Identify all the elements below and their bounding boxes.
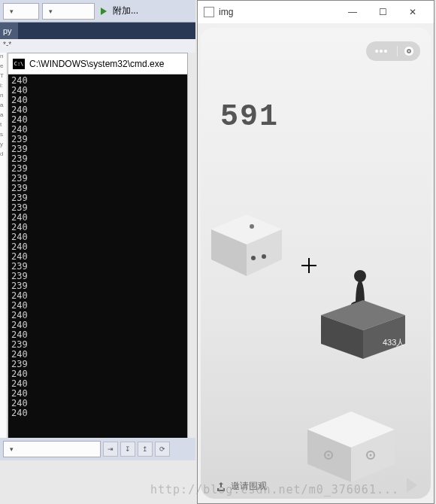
cube-light-2: [307, 411, 395, 482]
editor-tabs: py: [0, 23, 195, 39]
svg-point-18: [370, 454, 372, 457]
cmd-titlebar[interactable]: C:\ C:\WINDOWS\system32\cmd.exe: [8, 53, 187, 74]
cmd-line: 240: [11, 232, 184, 242]
cmd-line: 240: [11, 213, 184, 223]
svg-point-4: [251, 256, 256, 260]
cmd-line: 239: [11, 135, 184, 144]
step-icon-1[interactable]: ⇥: [103, 442, 118, 457]
share-icon: [216, 481, 226, 492]
svg-point-3: [250, 224, 254, 229]
cmd-line: 239: [11, 203, 184, 213]
phone-screenshot: ••• 591: [201, 28, 431, 499]
cmd-line: 239: [11, 272, 184, 281]
combo-1[interactable]: [3, 3, 39, 20]
cmd-title-text: C:\WINDOWS\system32\cmd.exe: [29, 59, 164, 69]
img-window-title: img: [219, 7, 338, 17]
editor-gutter: neTi:naatsyd: [0, 53, 6, 451]
tab-py[interactable]: py: [0, 23, 18, 39]
cmd-line: 240: [11, 399, 184, 408]
cmd-line: 240: [11, 320, 184, 330]
cmd-line: 240: [11, 86, 184, 96]
cmd-line: 240: [11, 408, 184, 418]
cmd-line: 239: [11, 360, 184, 369]
cmd-line: 240: [11, 76, 184, 86]
step-icon-4[interactable]: ⟳: [155, 442, 170, 457]
cmd-line: 240: [11, 125, 184, 135]
cmd-line: 239: [11, 281, 184, 291]
cmd-line: 240: [11, 105, 184, 115]
arrow-icon: [407, 478, 417, 493]
close-target-icon[interactable]: [398, 47, 420, 56]
svg-point-5: [262, 254, 266, 259]
step-icon-2[interactable]: ↧: [120, 442, 135, 457]
minimize-button[interactable]: —: [338, 1, 368, 23]
play-icon[interactable]: [101, 8, 107, 15]
cmd-line: 239: [11, 164, 184, 174]
breadcrumb: *-*: [0, 39, 195, 53]
window-icon: [204, 7, 214, 17]
cmd-window: C:\ C:\WINDOWS\system32\cmd.exe 24024024…: [8, 53, 188, 438]
ide-bottom-toolbar: ⇥ ↧ ↥ ⟳: [0, 438, 195, 460]
cmd-line: 240: [11, 223, 184, 232]
cube-light-1: [211, 214, 282, 276]
cmd-line: 240: [11, 369, 184, 379]
crosshair-icon: [301, 258, 316, 273]
cmd-line: 239: [11, 154, 184, 164]
svg-text:433人: 433人: [383, 338, 404, 347]
cmd-icon: C:\: [13, 59, 25, 69]
cmd-line: 240: [11, 379, 184, 389]
cube-dark-platform: 433人: [321, 261, 405, 359]
ide-toolbar: 附加...: [0, 0, 195, 23]
combo-2[interactable]: [42, 3, 95, 20]
cmd-line: 239: [11, 262, 184, 272]
cmd-line: 240: [11, 115, 184, 125]
cmd-line: 240: [11, 291, 184, 301]
cmd-line: 240: [11, 389, 184, 399]
cmd-line: 240: [11, 330, 184, 340]
maximize-button[interactable]: ☐: [368, 1, 398, 23]
close-button[interactable]: ✕: [398, 1, 428, 23]
cmd-line: 240: [11, 252, 184, 262]
svg-point-16: [328, 454, 330, 457]
svg-point-7: [354, 270, 366, 282]
cmd-line: 239: [11, 193, 184, 203]
attach-button[interactable]: 附加...: [113, 5, 138, 17]
img-titlebar[interactable]: img — ☐ ✕: [198, 1, 434, 23]
cmd-line: 240: [11, 96, 184, 105]
cmd-line: 240: [11, 242, 184, 252]
game-score: 591: [220, 100, 279, 134]
invite-button[interactable]: 邀请围观: [216, 480, 267, 493]
miniapp-capsule[interactable]: •••: [366, 41, 420, 61]
img-window: img — ☐ ✕ ••• 591: [197, 0, 434, 504]
cmd-line: 239: [11, 144, 184, 154]
cmd-line: 239: [11, 184, 184, 193]
bottom-combo[interactable]: [3, 441, 101, 457]
cmd-line: 240: [11, 301, 184, 311]
cmd-line: 240: [11, 311, 184, 320]
cmd-output: 2402402402402402402392392392392392392392…: [8, 74, 187, 439]
menu-dots-icon[interactable]: •••: [366, 45, 397, 57]
cmd-line: 239: [11, 174, 184, 184]
invite-label: 邀请围观: [231, 480, 267, 493]
cmd-line: 240: [11, 350, 184, 360]
cmd-line: 239: [11, 340, 184, 350]
step-icon-3[interactable]: ↥: [138, 442, 153, 457]
